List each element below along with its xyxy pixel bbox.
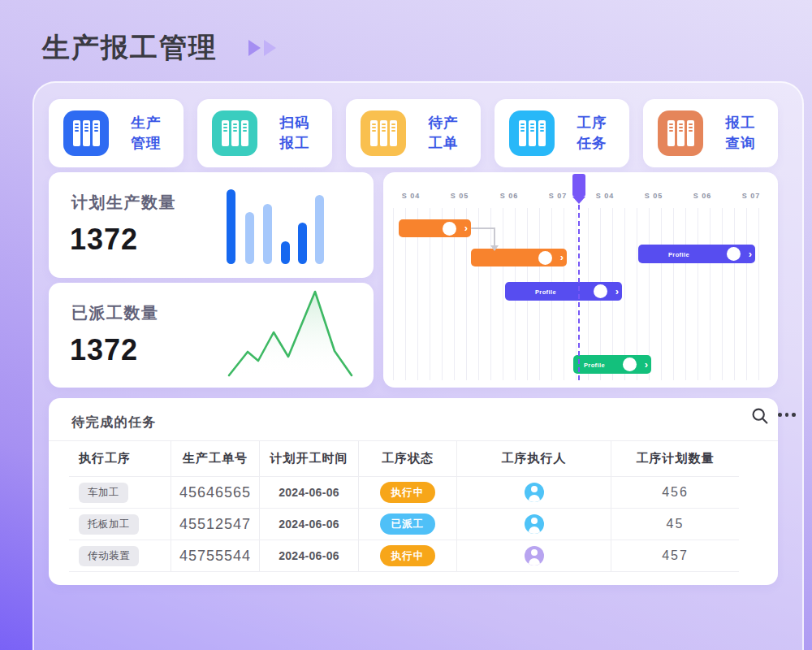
gantt-connector-arrow-icon	[490, 245, 499, 251]
chevron-right-icon: ›	[464, 223, 468, 233]
chevron-right-icon: ›	[645, 358, 648, 369]
cell-order-no: 45512547	[171, 509, 260, 540]
gantt-bar[interactable]: ›	[471, 249, 567, 266]
avatar	[525, 514, 544, 534]
process-badge: 传动装置	[79, 546, 139, 566]
nav-label: 生产管理	[109, 99, 184, 167]
col-header: 生产工单号	[171, 440, 260, 476]
mini-bar	[227, 189, 235, 264]
status-badge: 已派工	[380, 514, 436, 535]
table-row[interactable]: 传动装置457555442024-06-06执行中457	[69, 540, 739, 572]
gantt-today-line	[578, 205, 580, 380]
timeline-label: S 04	[596, 192, 615, 200]
books-icon	[658, 110, 703, 156]
timeline-label: S 05	[451, 192, 469, 200]
nav-label: 待产工单	[406, 99, 481, 167]
cell-status: 执行中	[359, 477, 457, 508]
stat-label: 计划生产数量	[71, 192, 176, 214]
gantt-bar-label: Profile	[638, 250, 719, 258]
cell-process: 托板加工	[69, 509, 171, 540]
mini-line-chart	[223, 286, 357, 382]
books-icon	[63, 110, 109, 156]
gantt-bar[interactable]: ›	[399, 219, 471, 237]
pending-tasks-panel: 待完成的任务 执行工序 生产工单号 计划开工时间 工序状态 工序执行人 工序计划…	[49, 398, 778, 585]
cell-qty: 456	[611, 477, 739, 508]
stat-card-planned-production: 计划生产数量 1372	[49, 172, 374, 278]
avatar	[525, 483, 544, 502]
gantt-bar-handle-icon[interactable]	[727, 247, 741, 261]
nav-label: 报工查询	[703, 99, 778, 167]
table-title: 待完成的任务	[71, 414, 157, 431]
gantt-bar-handle-icon[interactable]	[594, 284, 607, 298]
timeline-label: S 05	[645, 192, 663, 200]
cell-executor	[457, 540, 611, 571]
order-number: 45646565	[179, 484, 251, 501]
page-title: 生产报工管理	[42, 29, 218, 67]
chevron-right-icon: ›	[615, 285, 619, 296]
cell-order-no: 45646565	[171, 477, 260, 508]
nav-label: 工序任务	[555, 99, 629, 167]
planned-start-date: 2024-06-06	[279, 518, 339, 531]
planned-start-date: 2024-06-06	[279, 486, 339, 499]
planned-start-date: 2024-06-06	[279, 549, 339, 562]
table-header-row: 执行工序 生产工单号 计划开工时间 工序状态 工序执行人 工序计划数量	[69, 440, 739, 477]
nav-card-production-management[interactable]: 生产管理	[49, 99, 184, 167]
status-badge: 执行中	[380, 545, 436, 566]
table-row[interactable]: 车加工456465652024-06-06执行中456	[69, 477, 739, 509]
col-header: 工序执行人	[457, 440, 611, 476]
cell-qty: 45	[611, 509, 739, 540]
books-icon	[212, 110, 257, 156]
mini-bar-chart	[224, 188, 331, 264]
nav-card-pending-orders[interactable]: 待产工单	[346, 99, 481, 167]
cell-status: 执行中	[359, 540, 457, 571]
cell-status: 已派工	[359, 509, 457, 540]
cell-process: 传动装置	[69, 540, 171, 571]
chevron-right-icon: ›	[560, 252, 564, 262]
gantt-bar-handle-icon[interactable]	[538, 251, 552, 265]
stat-value: 1372	[70, 333, 138, 367]
cell-start-date: 2024-06-06	[260, 540, 359, 571]
nav-card-process-tasks[interactable]: 工序任务	[495, 99, 629, 167]
pending-tasks-table: 执行工序 生产工单号 计划开工时间 工序状态 工序执行人 工序计划数量 车加工4…	[69, 440, 739, 572]
mini-bar	[263, 204, 272, 264]
gantt-panel: S 04S 05S 06S 07S 04S 05S 06S 07 ››Profi…	[383, 172, 778, 388]
cell-start-date: 2024-06-06	[260, 509, 359, 540]
gantt-bar-handle-icon[interactable]	[443, 222, 456, 236]
gantt-bar[interactable]: Profile›	[505, 282, 622, 301]
planned-quantity: 45	[667, 517, 685, 531]
stat-label: 已派工数量	[71, 302, 159, 324]
gantt-bar-handle-icon[interactable]	[623, 358, 637, 371]
gantt-today-marker-icon[interactable]	[572, 174, 585, 197]
timeline-label: S 07	[742, 192, 761, 200]
col-header: 计划开工时间	[260, 440, 359, 476]
cell-process: 车加工	[69, 477, 171, 508]
mini-bar	[315, 195, 324, 264]
cell-order-no: 45755544	[171, 540, 260, 571]
mini-bar	[245, 212, 254, 264]
status-badge: 执行中	[380, 482, 436, 503]
planned-quantity: 456	[662, 485, 689, 500]
timeline-label: S 07	[549, 192, 568, 200]
col-header: 工序计划数量	[611, 440, 739, 476]
planned-quantity: 457	[662, 548, 689, 563]
more-dots-icon[interactable]	[778, 413, 796, 417]
chevron-right-icon: ›	[749, 248, 752, 258]
books-icon	[509, 110, 555, 156]
cell-executor	[457, 477, 611, 508]
books-icon	[361, 110, 406, 156]
gantt-bar[interactable]: Profile›	[573, 355, 651, 374]
timeline-label: S 06	[693, 192, 712, 200]
stat-value: 1372	[70, 223, 138, 257]
gantt-bar[interactable]: Profile›	[638, 245, 755, 263]
nav-card-scan-report[interactable]: 扫码报工	[197, 99, 332, 167]
stat-card-dispatched: 已派工数量 1372	[49, 283, 374, 388]
search-icon[interactable]	[750, 406, 770, 426]
nav-card-report-query[interactable]: 报工查询	[643, 99, 778, 167]
process-badge: 车加工	[79, 483, 128, 503]
mini-bar	[298, 223, 307, 264]
mini-bar	[281, 241, 290, 264]
gantt-connector	[471, 228, 495, 229]
order-number: 45755544	[179, 548, 251, 565]
order-number: 45512547	[179, 516, 251, 533]
table-row[interactable]: 托板加工455125472024-06-06已派工45	[69, 509, 739, 540]
